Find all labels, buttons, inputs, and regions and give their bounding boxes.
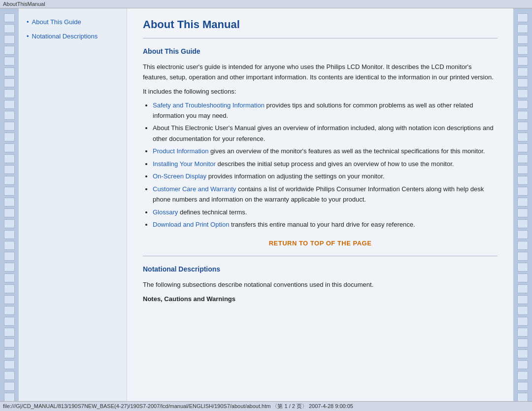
strip-block [517, 78, 528, 87]
strip-block [517, 360, 528, 369]
strip-block [517, 328, 528, 337]
notes-label: Notes, Cautions and Warnings [143, 295, 498, 303]
section1-title: About This Guide [143, 47, 498, 55]
strip-block [4, 176, 15, 185]
strip-block [4, 198, 15, 206]
strip-block [517, 339, 528, 347]
link-product-info[interactable]: Product Information [153, 147, 208, 155]
strip-block [517, 122, 528, 131]
strip-block [517, 295, 528, 304]
strip-block [4, 57, 15, 66]
strip-block [4, 46, 15, 55]
strip-block [517, 230, 528, 239]
strip-block [4, 241, 15, 250]
strip-block [4, 393, 15, 402]
status-bar: file:///G|/CD_MANUAL/813/190S7NEW_BASE(4… [0, 401, 532, 411]
strip-block [517, 382, 528, 391]
strip-block [517, 198, 528, 206]
strip-block [517, 24, 528, 33]
title-bar: AboutThisManual [0, 0, 532, 8]
status-bar-text: file:///G|/CD_MANUAL/813/190S7NEW_BASE(4… [3, 403, 353, 409]
strip-block [517, 143, 528, 152]
strip-block [517, 306, 528, 315]
strip-block [517, 187, 528, 196]
strip-block [517, 165, 528, 174]
section2-title: Notational Descriptions [143, 265, 498, 273]
divider-top [143, 38, 498, 38]
strip-block [4, 35, 15, 44]
link-glossary[interactable]: Glossary [153, 208, 178, 216]
list-item: Installing Your Monitor describes the in… [153, 159, 498, 169]
list-item: About This Electronic User's Manual give… [153, 123, 498, 144]
strip-block [4, 317, 15, 326]
strip-block [4, 100, 15, 109]
sidebar: About This Guide Notational Descriptions [19, 8, 127, 411]
strip-block [4, 111, 15, 120]
return-to-top-link[interactable]: RETURN TO TOP OF THE PAGE [143, 240, 498, 247]
main-content: About This Manual About This Guide This … [127, 8, 513, 411]
sidebar-item-about-guide[interactable]: About This Guide [27, 18, 119, 26]
section-about-guide: About This Guide This electronic user's … [143, 47, 498, 230]
page-title: About This Manual [143, 18, 498, 31]
strip-block [4, 252, 15, 261]
strip-block [4, 154, 15, 163]
section1-list: Safety and Troubleshooting Information p… [153, 100, 498, 230]
list-item: Customer Care and Warranty contains a li… [153, 184, 498, 205]
strip-block [4, 68, 15, 76]
strip-block [4, 24, 15, 33]
link-customer-care[interactable]: Customer Care and Warranty [153, 185, 236, 193]
section2-intro: The following subsections describe notat… [143, 280, 498, 290]
list-item: Safety and Troubleshooting Information p… [153, 100, 498, 121]
strip-block [4, 230, 15, 239]
strip-block [517, 349, 528, 358]
strip-block [4, 187, 15, 196]
strip-block [517, 317, 528, 326]
link-installing[interactable]: Installing Your Monitor [153, 160, 216, 168]
strip-block [4, 274, 15, 282]
strip-block [517, 57, 528, 66]
section1-includes: It includes the following sections: [143, 88, 498, 95]
strip-block [4, 208, 15, 217]
strip-block [4, 328, 15, 337]
right-decorative-strip [513, 8, 532, 411]
strip-block [4, 371, 15, 380]
list-item: On-Screen Display provides information o… [153, 171, 498, 181]
strip-block [4, 349, 15, 358]
strip-block [517, 284, 528, 293]
page-layout: About This Guide Notational Descriptions… [0, 8, 532, 411]
strip-block [4, 133, 15, 141]
sidebar-item-notational[interactable]: Notational Descriptions [27, 33, 119, 40]
strip-block [4, 122, 15, 131]
strip-block [517, 393, 528, 402]
list-item: Product Information gives an overview of… [153, 146, 498, 156]
strip-block [4, 360, 15, 369]
strip-block [4, 382, 15, 391]
strip-block [4, 284, 15, 293]
strip-block [4, 219, 15, 228]
strip-block [517, 100, 528, 109]
left-decorative-strip [0, 8, 19, 411]
strip-block [4, 78, 15, 87]
strip-block [517, 68, 528, 76]
strip-block [517, 208, 528, 217]
list-item: Glossary defines technical terms. [153, 207, 498, 217]
section1-intro: This electronic user's guide is intended… [143, 62, 498, 83]
strip-block [517, 35, 528, 44]
strip-block [517, 154, 528, 163]
strip-block [517, 252, 528, 261]
divider-mid [143, 256, 498, 256]
link-osd[interactable]: On-Screen Display [153, 172, 206, 180]
strip-block [4, 263, 15, 272]
strip-block [517, 133, 528, 141]
strip-block [517, 219, 528, 228]
strip-block [4, 143, 15, 152]
section-notational: Notational Descriptions The following su… [143, 265, 498, 303]
strip-block [517, 89, 528, 98]
link-safety[interactable]: Safety and Troubleshooting Information [153, 102, 265, 109]
strip-block [517, 176, 528, 185]
strip-block [517, 13, 528, 22]
strip-block [4, 165, 15, 174]
strip-block [517, 371, 528, 380]
strip-block [517, 263, 528, 272]
link-download[interactable]: Download and Print Option [153, 221, 229, 228]
